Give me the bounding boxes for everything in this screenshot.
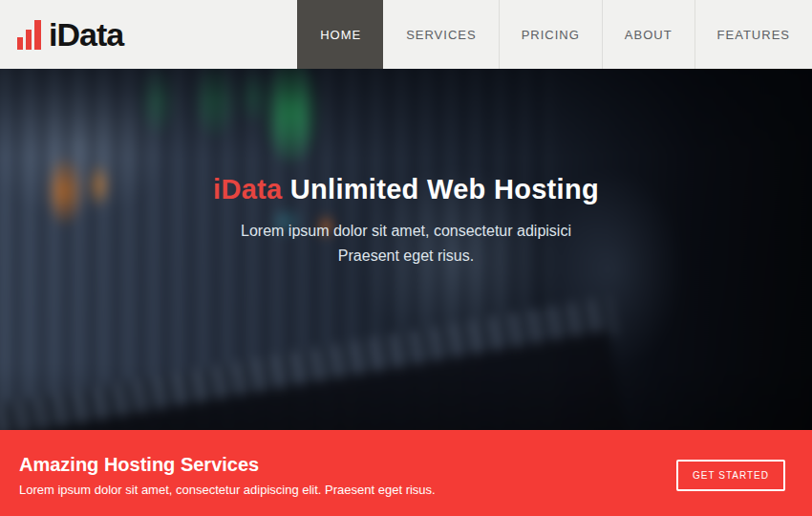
hero-subtitle-line2: Praesent eget risus. [0, 244, 812, 269]
cta-heading: Amazing Hosting Services [19, 454, 436, 476]
nav-item-services[interactable]: SERVICES [383, 0, 499, 69]
cta-band: Amazing Hosting Services Lorem ipsum dol… [0, 430, 812, 516]
hero-subtitle: Lorem ipsum dolor sit amet, consectetur … [0, 219, 812, 269]
nav-item-home[interactable]: HOME [297, 0, 383, 69]
nav-item-features[interactable]: FEATURES [694, 0, 812, 69]
brand-name: iData [49, 16, 123, 54]
hero-content: iData Unlimited Web Hosting Lorem ipsum … [0, 69, 812, 269]
hero-title-rest: Unlimited Web Hosting [282, 174, 599, 204]
hero-title: iData Unlimited Web Hosting [0, 174, 812, 205]
get-started-button[interactable]: GET STARTED [676, 460, 785, 491]
cta-copy: Amazing Hosting Services Lorem ipsum dol… [19, 454, 436, 497]
bar-chart-icon [17, 20, 41, 50]
cta-text: Lorem ipsum dolor sit amet, consectetur … [19, 483, 436, 497]
hero-section: iData Unlimited Web Hosting Lorem ipsum … [0, 69, 812, 430]
brand-logo[interactable]: iData [0, 0, 123, 69]
nav-item-pricing[interactable]: PRICING [499, 0, 602, 69]
hero-title-highlight: iData [213, 174, 282, 204]
main-nav: HOME SERVICES PRICING ABOUT FEATURES [297, 0, 812, 69]
site-header: iData HOME SERVICES PRICING ABOUT FEATUR… [0, 0, 812, 69]
hero-subtitle-line1: Lorem ipsum dolor sit amet, consectetur … [0, 219, 812, 244]
page: iData HOME SERVICES PRICING ABOUT FEATUR… [0, 0, 812, 516]
nav-item-about[interactable]: ABOUT [602, 0, 694, 69]
